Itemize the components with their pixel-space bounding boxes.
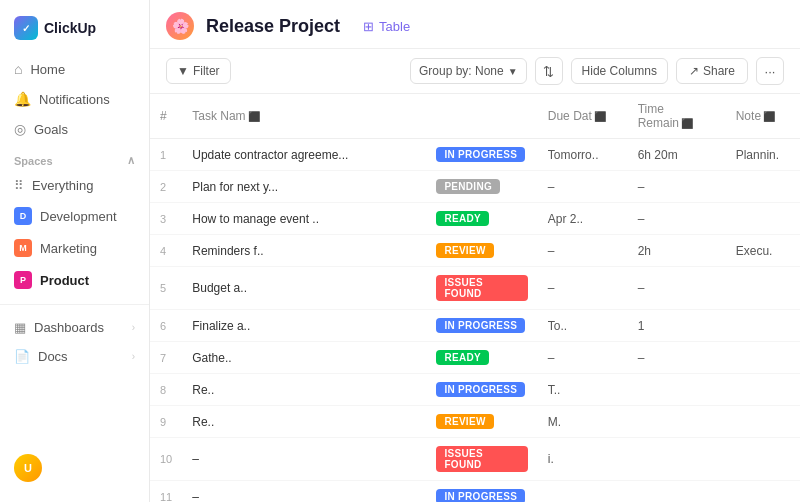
col-due-date[interactable]: Due Dat⬛ bbox=[538, 94, 628, 139]
row-task-name: Plan for next y... bbox=[182, 171, 426, 203]
table-row[interactable]: 9Re..REVIEWM. bbox=[150, 406, 800, 438]
sidebar-item-development-label: Development bbox=[40, 209, 117, 224]
status-badge: PENDING bbox=[436, 179, 500, 194]
page-header: 🌸 Release Project ⊞ Table bbox=[150, 0, 800, 49]
row-notes bbox=[726, 406, 800, 438]
table-row[interactable]: 8Re..IN PROGRESST.. bbox=[150, 374, 800, 406]
user-avatar[interactable]: U bbox=[14, 454, 42, 482]
row-num: 8 bbox=[150, 374, 182, 406]
sidebar-item-dashboards-label: Dashboards bbox=[34, 320, 104, 335]
row-task-name: – bbox=[182, 481, 426, 503]
sidebar-item-everything[interactable]: ⠿ Everything bbox=[0, 171, 149, 200]
row-due-date: i. bbox=[538, 438, 628, 481]
table-row[interactable]: 2Plan for next y...PENDING–– bbox=[150, 171, 800, 203]
row-due-date: Apr 2.. bbox=[538, 203, 628, 235]
table-row[interactable]: 10–ISSUES FOUNDi. bbox=[150, 438, 800, 481]
task-table: # Task Nam⬛ Due Dat⬛ Time Remain⬛ Note⬛ … bbox=[150, 94, 800, 502]
hide-columns-label: Hide Columns bbox=[582, 64, 657, 78]
row-status: IN PROGRESS bbox=[426, 139, 537, 171]
row-due-date: – bbox=[538, 235, 628, 267]
row-num: 11 bbox=[150, 481, 182, 503]
sort-button[interactable]: ⇅ bbox=[535, 57, 563, 85]
row-task-name: Re.. bbox=[182, 374, 426, 406]
table-view-tab[interactable]: ⊞ Table bbox=[352, 14, 421, 39]
row-status: ISSUES FOUND bbox=[426, 438, 537, 481]
project-title: Release Project bbox=[206, 16, 340, 37]
group-by-chevron: ▼ bbox=[508, 66, 518, 77]
table-body: 1Update contractor agreeme...IN PROGRESS… bbox=[150, 139, 800, 503]
filter-icon: ▼ bbox=[177, 64, 189, 78]
table-row[interactable]: 1Update contractor agreeme...IN PROGRESS… bbox=[150, 139, 800, 171]
sidebar-item-docs[interactable]: 📄 Docs › bbox=[0, 342, 149, 371]
sidebar-item-everything-label: Everything bbox=[32, 178, 93, 193]
group-by-select[interactable]: Group by: None ▼ bbox=[410, 58, 527, 84]
spaces-label: Spaces bbox=[14, 155, 53, 167]
row-time-remaining: 2h bbox=[628, 235, 726, 267]
sidebar-item-home[interactable]: ⌂ Home bbox=[0, 54, 149, 84]
row-due-date: – bbox=[538, 267, 628, 310]
row-task-name: Update contractor agreeme... bbox=[182, 139, 426, 171]
dashboards-icon: ▦ bbox=[14, 320, 26, 335]
row-time-remaining bbox=[628, 406, 726, 438]
hide-columns-button[interactable]: Hide Columns bbox=[571, 58, 668, 84]
table-row[interactable]: 4Reminders f..REVIEW–2hExecu. bbox=[150, 235, 800, 267]
row-notes bbox=[726, 310, 800, 342]
row-time-remaining: – bbox=[628, 171, 726, 203]
home-icon: ⌂ bbox=[14, 61, 22, 77]
sidebar-item-marketing-label: Marketing bbox=[40, 241, 97, 256]
col-status bbox=[426, 94, 537, 139]
col-task-name[interactable]: Task Nam⬛ bbox=[182, 94, 426, 139]
spaces-collapse-icon[interactable]: ∧ bbox=[127, 154, 135, 167]
row-num: 9 bbox=[150, 406, 182, 438]
sidebar-item-development[interactable]: D Development bbox=[0, 200, 149, 232]
row-time-remaining bbox=[628, 481, 726, 503]
row-status: PENDING bbox=[426, 171, 537, 203]
sidebar-item-notifications[interactable]: 🔔 Notifications bbox=[0, 84, 149, 114]
sidebar-divider bbox=[0, 304, 149, 305]
row-task-name: How to manage event .. bbox=[182, 203, 426, 235]
dashboards-expand-icon: › bbox=[132, 322, 135, 333]
row-notes bbox=[726, 267, 800, 310]
row-due-date: To.. bbox=[538, 310, 628, 342]
filter-button[interactable]: ▼ Filter bbox=[166, 58, 231, 84]
status-badge: READY bbox=[436, 211, 489, 226]
row-due-date: M. bbox=[538, 406, 628, 438]
filter-label: Filter bbox=[193, 64, 220, 78]
col-time-remaining[interactable]: Time Remain⬛ bbox=[628, 94, 726, 139]
status-badge: READY bbox=[436, 350, 489, 365]
row-notes: Plannin. bbox=[726, 139, 800, 171]
row-time-remaining: – bbox=[628, 342, 726, 374]
row-notes bbox=[726, 342, 800, 374]
row-num: 10 bbox=[150, 438, 182, 481]
share-button[interactable]: ↗ Share bbox=[676, 58, 748, 84]
sidebar-item-product-label: Product bbox=[40, 273, 89, 288]
sidebar: ✓ ClickUp ⌂ Home 🔔 Notifications ◎ Goals… bbox=[0, 0, 150, 502]
table-row[interactable]: 5Budget a..ISSUES FOUND–– bbox=[150, 267, 800, 310]
more-options-button[interactable]: ··· bbox=[756, 57, 784, 85]
row-status: REVIEW bbox=[426, 235, 537, 267]
table-row[interactable]: 11–IN PROGRESS bbox=[150, 481, 800, 503]
table-row[interactable]: 7Gathe..READY–– bbox=[150, 342, 800, 374]
row-status: IN PROGRESS bbox=[426, 481, 537, 503]
sidebar-item-marketing[interactable]: M Marketing bbox=[0, 232, 149, 264]
sidebar-item-goals[interactable]: ◎ Goals bbox=[0, 114, 149, 144]
status-badge: IN PROGRESS bbox=[436, 318, 525, 333]
row-status: REVIEW bbox=[426, 406, 537, 438]
row-num: 7 bbox=[150, 342, 182, 374]
col-notes[interactable]: Note⬛ bbox=[726, 94, 800, 139]
sidebar-item-dashboards[interactable]: ▦ Dashboards › bbox=[0, 313, 149, 342]
row-task-name: Reminders f.. bbox=[182, 235, 426, 267]
row-time-remaining bbox=[628, 438, 726, 481]
row-time-remaining: 1 bbox=[628, 310, 726, 342]
table-row[interactable]: 6Finalize a..IN PROGRESSTo..1 bbox=[150, 310, 800, 342]
sidebar-item-home-label: Home bbox=[30, 62, 65, 77]
table-row[interactable]: 3How to manage event ..READYApr 2..– bbox=[150, 203, 800, 235]
row-status: READY bbox=[426, 342, 537, 374]
group-by-label: Group by: None bbox=[419, 64, 504, 78]
logo-icon: ✓ bbox=[14, 16, 38, 40]
row-task-name: Re.. bbox=[182, 406, 426, 438]
docs-expand-icon: › bbox=[132, 351, 135, 362]
status-badge: IN PROGRESS bbox=[436, 147, 525, 162]
sidebar-item-product[interactable]: P Product bbox=[0, 264, 149, 296]
row-num: 1 bbox=[150, 139, 182, 171]
